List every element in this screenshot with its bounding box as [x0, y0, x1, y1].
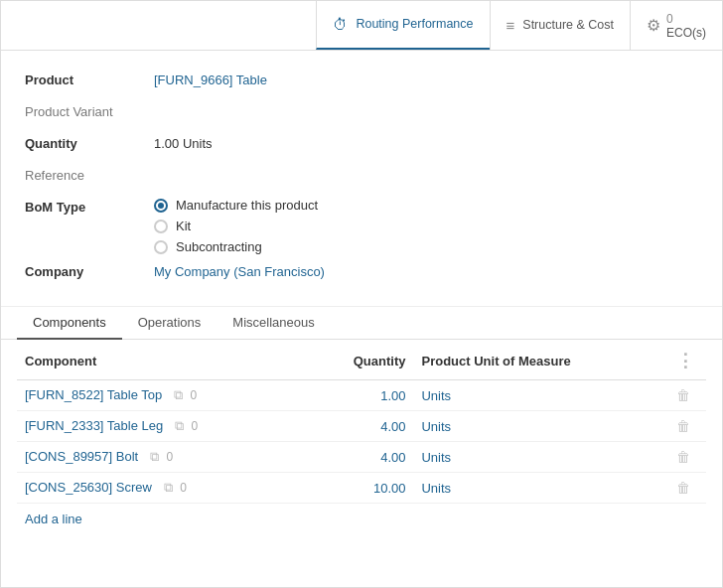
add-line-button[interactable]: Add a line: [17, 504, 90, 534]
tab-bar: Components Operations Miscellaneous: [1, 307, 722, 340]
table-row: [CONS_89957] Bolt ⧉ 0 4.00 Units 🗑: [17, 442, 706, 473]
radio-manufacture-circle: [154, 199, 168, 213]
product-label: Product: [25, 71, 154, 87]
bom-type-row: BoM Type Manufacture this product Kit Su…: [25, 198, 698, 254]
table-row: [FURN_8522] Table Top ⧉ 0 1.00 Units 🗑: [17, 380, 706, 411]
eco-tab[interactable]: ⚙ 0 ECO(s): [630, 1, 722, 50]
zero-count: 0: [191, 388, 198, 402]
structure-tab-label: Structure & Cost: [522, 17, 614, 33]
table-row: [FURN_2333] Table Leg ⧉ 0 4.00 Units 🗑: [17, 411, 706, 442]
top-nav: ⏱ Routing Performance ≡ Structure & Cost…: [1, 1, 722, 51]
component-name-cell[interactable]: [CONS_89957] Bolt ⧉ 0: [17, 442, 308, 473]
zero-count: 0: [191, 419, 198, 433]
delete-cell: 🗑: [668, 442, 706, 473]
component-name-cell[interactable]: [FURN_8522] Table Top ⧉ 0: [17, 380, 308, 411]
product-variant-label: Product Variant: [25, 102, 154, 119]
list-icon: ≡: [506, 17, 515, 34]
company-value[interactable]: My Company (San Francisco): [154, 262, 325, 279]
radio-manufacture-label: Manufacture this product: [176, 198, 318, 213]
delete-cell: 🗑: [668, 473, 706, 504]
quantity-label: Quantity: [25, 134, 154, 151]
tab-miscellaneous[interactable]: Miscellaneous: [217, 307, 330, 340]
unit-cell[interactable]: Units: [413, 442, 668, 473]
quantity-row: Quantity 1.00 Units: [25, 134, 698, 158]
col-header-unit: Product Unit of Measure: [413, 340, 668, 380]
more-options-icon[interactable]: ⋮: [676, 351, 698, 370]
zero-count: 0: [180, 481, 187, 495]
copy-icon[interactable]: ⧉: [175, 418, 184, 433]
company-label: Company: [25, 262, 154, 279]
radio-subcontracting-label: Subcontracting: [176, 239, 262, 254]
component-name-cell[interactable]: [FURN_2333] Table Leg ⧉ 0: [17, 411, 308, 442]
bom-type-label: BoM Type: [25, 198, 154, 215]
delete-cell: 🗑: [668, 380, 706, 411]
radio-subcontracting-circle: [154, 240, 168, 254]
eco-label: ECO(s): [666, 26, 706, 40]
copy-icon[interactable]: ⧉: [150, 449, 159, 464]
routing-tab-label: Routing Performance: [356, 16, 473, 32]
tabs-section: Components Operations Miscellaneous Comp…: [1, 307, 722, 587]
quantity-value: 1.00 Units: [154, 134, 213, 151]
gear-icon: ⚙: [647, 16, 660, 35]
bom-type-radio-group: Manufacture this product Kit Subcontract…: [154, 198, 318, 254]
col-header-more: ⋮: [668, 340, 706, 380]
delete-icon[interactable]: 🗑: [676, 418, 690, 434]
delete-icon[interactable]: 🗑: [676, 449, 690, 465]
eco-count: 0: [666, 12, 673, 26]
unit-cell[interactable]: Units: [413, 411, 668, 442]
form-area: Product [FURN_9666] Table Product Varian…: [1, 51, 722, 307]
tab-routing-performance[interactable]: ⏱ Routing Performance: [316, 1, 489, 50]
unit-cell[interactable]: Units: [413, 380, 668, 411]
unit-cell[interactable]: Units: [413, 473, 668, 504]
reference-row: Reference: [25, 166, 698, 190]
product-variant-row: Product Variant: [25, 102, 698, 126]
reference-label: Reference: [25, 166, 154, 183]
tab-operations[interactable]: Operations: [122, 307, 217, 340]
quantity-cell: 4.00: [308, 411, 413, 442]
copy-icon[interactable]: ⧉: [174, 387, 183, 402]
quantity-cell: 4.00: [308, 442, 413, 473]
company-row: Company My Company (San Francisco): [25, 262, 698, 286]
component-name-cell[interactable]: [CONS_25630] Screw ⧉ 0: [17, 473, 308, 504]
quantity-cell: 1.00: [308, 380, 413, 411]
radio-manufacture[interactable]: Manufacture this product: [154, 198, 318, 213]
delete-cell: 🗑: [668, 411, 706, 442]
radio-kit-circle: [154, 220, 168, 233]
col-header-component: Component: [17, 340, 308, 380]
delete-icon[interactable]: 🗑: [676, 387, 690, 403]
delete-icon[interactable]: 🗑: [676, 480, 690, 496]
radio-kit-label: Kit: [176, 219, 191, 233]
copy-icon[interactable]: ⧉: [164, 480, 173, 495]
clock-icon: ⏱: [333, 16, 348, 33]
zero-count: 0: [166, 450, 173, 464]
table-container: Component Quantity Product Unit of Measu…: [1, 340, 722, 587]
components-table: Component Quantity Product Unit of Measu…: [17, 340, 706, 504]
radio-subcontracting[interactable]: Subcontracting: [154, 239, 318, 254]
tab-structure-cost[interactable]: ≡ Structure & Cost: [490, 1, 630, 50]
col-header-quantity: Quantity: [308, 340, 413, 380]
product-value[interactable]: [FURN_9666] Table: [154, 71, 267, 87]
product-row: Product [FURN_9666] Table: [25, 71, 698, 94]
main-container: ⏱ Routing Performance ≡ Structure & Cost…: [0, 0, 723, 588]
table-row: [CONS_25630] Screw ⧉ 0 10.00 Units 🗑: [17, 473, 706, 504]
radio-kit[interactable]: Kit: [154, 219, 318, 233]
tab-components[interactable]: Components: [17, 307, 122, 340]
quantity-cell: 10.00: [308, 473, 413, 504]
